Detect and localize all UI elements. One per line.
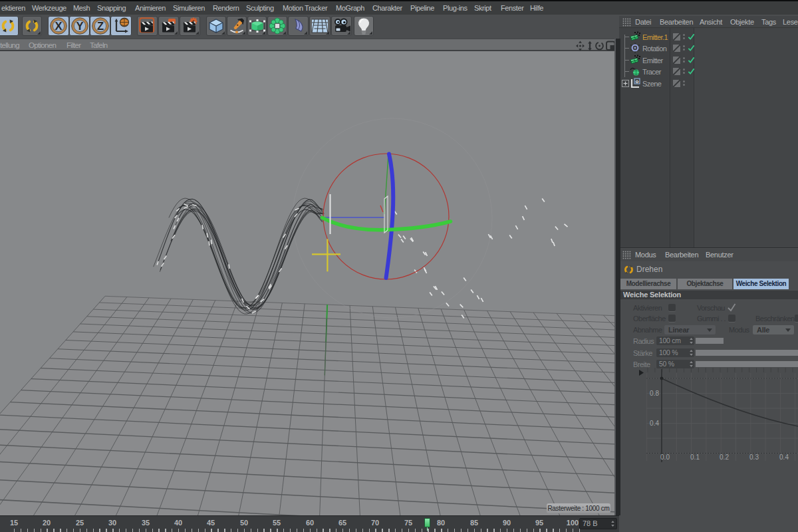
svg-text:X: X <box>55 20 62 32</box>
svg-text:0.3: 0.3 <box>749 454 759 461</box>
svg-text:Z: Z <box>96 20 103 32</box>
svg-text:Y: Y <box>76 20 83 32</box>
svg-text:0.4: 0.4 <box>779 454 789 461</box>
svg-text:0.4: 0.4 <box>650 420 659 427</box>
svg-text:0.1: 0.1 <box>690 454 700 461</box>
svg-text:0.8: 0.8 <box>650 390 659 397</box>
svg-text:0.2: 0.2 <box>720 454 729 461</box>
svg-text:0.0: 0.0 <box>660 454 670 461</box>
svg-text:o: o <box>636 78 639 84</box>
